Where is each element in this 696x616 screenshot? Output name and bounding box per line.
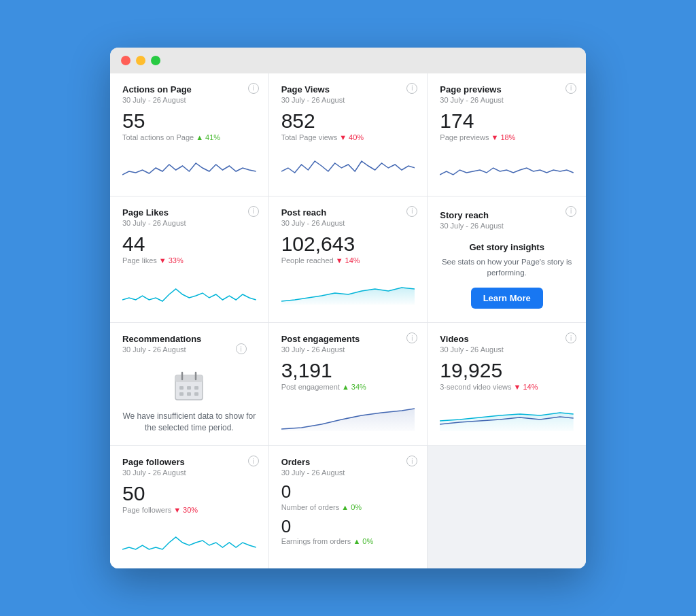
arrow-down-likes: ▼ — [159, 256, 167, 264]
card-value-likes: 44 — [122, 233, 256, 255]
arrow-down-reach: ▼ — [336, 256, 343, 264]
card-title-views: Page Views — [281, 84, 415, 95]
info-icon-orders[interactable]: i — [406, 456, 417, 466]
info-icon-views[interactable]: i — [406, 83, 417, 94]
info-icon-reach[interactable]: i — [406, 206, 417, 217]
info-icon-engagements[interactable]: i — [406, 332, 417, 343]
info-icon-followers[interactable]: i — [248, 456, 259, 466]
change-previews: 18% — [500, 133, 515, 141]
card-value-videos: 19,925 — [440, 359, 574, 381]
close-dot[interactable] — [121, 56, 130, 65]
card-title-reach: Post reach — [281, 207, 415, 218]
card-title-followers: Page followers — [122, 457, 256, 467]
card-date-orders: 30 July - 26 August — [281, 468, 415, 477]
card-orders: i Orders 30 July - 26 August 0 Number of… — [269, 446, 428, 568]
card-sub-videos: 3-second video views ▼ 14% — [440, 383, 574, 391]
card-sub-followers: Page followers ▼ 30% — [122, 506, 256, 514]
card-date-likes: 30 July - 26 August — [122, 219, 256, 227]
card-value-orders2: 0 — [281, 517, 415, 536]
svg-rect-10 — [194, 392, 198, 396]
info-icon-actions[interactable]: i — [248, 83, 259, 94]
sub-label-followers: Page followers — [122, 506, 171, 514]
svg-rect-9 — [187, 392, 191, 396]
card-date-videos: 30 July - 26 August — [440, 345, 574, 354]
card-sub-views: Total Page views ▼ 40% — [281, 133, 415, 141]
info-icon-story[interactable]: i — [566, 206, 576, 217]
sub-label-previews: Page previews — [440, 133, 489, 141]
titlebar — [110, 48, 586, 73]
card-date-previews: 30 July - 26 August — [440, 96, 574, 104]
svg-rect-8 — [179, 392, 184, 396]
chart-previews — [440, 151, 574, 185]
svg-rect-6 — [187, 386, 191, 390]
sub-label-videos: 3-second video views — [440, 383, 511, 391]
change-views: 40% — [349, 133, 364, 141]
info-icon-previews[interactable]: i — [566, 83, 576, 94]
card-sub-orders1: Number of orders ▲ 0% — [281, 503, 415, 511]
svg-rect-2 — [175, 375, 203, 382]
arrow-down-followers: ▼ — [173, 506, 181, 514]
change-likes: 33% — [169, 256, 184, 264]
card-post-reach: i Post reach 30 July - 26 August 102,643… — [269, 196, 428, 322]
chart-reach — [281, 274, 415, 308]
card-title-actions: Actions on Page — [122, 84, 256, 95]
change-engagements: 34% — [351, 383, 366, 391]
card-sub-likes: Page likes ▼ 33% — [122, 256, 256, 264]
chart-views — [281, 151, 415, 185]
arrow-down-videos: ▼ — [514, 383, 521, 391]
card-page-views: i Page Views 30 July - 26 August 852 Tot… — [269, 73, 428, 196]
card-empty — [428, 446, 586, 568]
card-date-reach: 30 July - 26 August — [281, 219, 415, 227]
card-value-orders1: 0 — [281, 482, 415, 502]
card-sub-orders2: Earnings from orders ▲ 0% — [281, 537, 415, 545]
calendar-icon — [173, 370, 205, 403]
sub-label-reach: People reached — [281, 256, 334, 264]
info-icon-videos[interactable]: i — [566, 332, 576, 343]
change-followers: 30% — [183, 506, 198, 514]
arrow-down-views: ▼ — [339, 133, 347, 141]
card-actions-on-page: i Actions on Page 30 July - 26 August 55… — [110, 73, 268, 196]
story-insight-desc: See stats on how your Page's story is pe… — [440, 256, 574, 278]
arrow-up-engagements: ▲ — [342, 383, 349, 391]
story-insight-title: Get story insights — [469, 242, 544, 252]
card-value-followers: 50 — [122, 482, 256, 504]
card-date-followers: 30 July - 26 August — [122, 468, 256, 477]
card-title-story: Story reach — [440, 210, 574, 220]
card-story-reach: i Story reach 30 July - 26 August Get st… — [428, 196, 586, 322]
sub-label-actions: Total actions on Page — [122, 133, 194, 141]
card-value-reach: 102,643 — [281, 233, 415, 255]
arrow-up-actions: ▲ — [196, 133, 203, 141]
card-value-views: 852 — [281, 109, 415, 132]
card-title-orders: Orders — [281, 457, 415, 467]
app-window: i Actions on Page 30 July - 26 August 55… — [110, 48, 586, 568]
card-post-engagements: i Post engagements 30 July - 26 August 3… — [269, 323, 428, 445]
chart-likes — [122, 274, 256, 308]
svg-rect-5 — [179, 386, 184, 390]
card-page-followers: i Page followers 30 July - 26 August 50 … — [110, 446, 268, 568]
change-orders1: 0% — [351, 503, 362, 511]
card-recommendations: i Recommendations 30 July - 26 August — [110, 323, 268, 445]
card-title-recommendations: Recommendations — [122, 334, 256, 344]
metrics-grid: i Actions on Page 30 July - 26 August 55… — [110, 73, 586, 568]
arrow-up-orders2: ▲ — [353, 537, 360, 545]
card-page-previews: i Page previews 30 July - 26 August 174 … — [428, 73, 586, 196]
change-videos: 14% — [523, 383, 538, 391]
info-icon-recommendations[interactable]: i — [236, 343, 247, 354]
card-title-previews: Page previews — [440, 84, 574, 95]
card-value-actions: 55 — [122, 109, 256, 132]
sub-label-views: Total Page views — [281, 133, 338, 141]
learn-more-button[interactable]: Learn More — [471, 288, 543, 309]
chart-actions — [122, 151, 256, 185]
svg-marker-0 — [281, 288, 415, 305]
chart-videos — [440, 400, 574, 434]
minimize-dot[interactable] — [136, 56, 145, 65]
change-orders2: 0% — [362, 537, 373, 545]
info-icon-likes[interactable]: i — [248, 206, 259, 217]
sub-label-orders1: Number of orders — [281, 503, 340, 511]
card-title-videos: Videos — [440, 334, 574, 344]
svg-rect-7 — [194, 386, 198, 390]
maximize-dot[interactable] — [151, 56, 160, 65]
arrow-up-orders1: ▲ — [341, 503, 349, 511]
sub-label-engagements: Post engagement — [281, 383, 340, 391]
card-page-likes: i Page Likes 30 July - 26 August 44 Page… — [110, 196, 268, 322]
